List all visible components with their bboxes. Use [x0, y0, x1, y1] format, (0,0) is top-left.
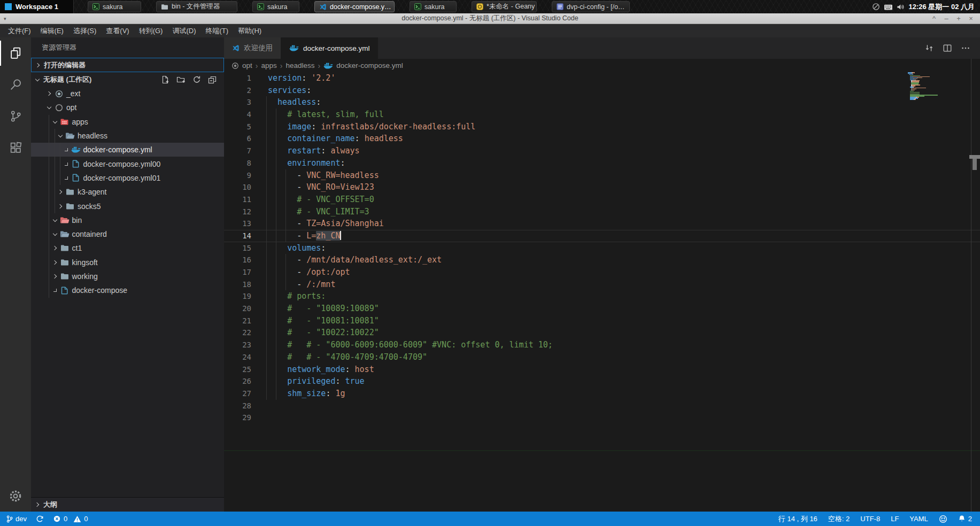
- menu-item[interactable]: 文件(F): [3, 24, 36, 37]
- collapse-all-icon[interactable]: [208, 75, 217, 84]
- menu-item[interactable]: 转到(G): [134, 24, 168, 37]
- volume-icon[interactable]: [897, 3, 905, 11]
- breadcrumb-item[interactable]: docker-compose.yml: [336, 61, 403, 69]
- activitybar-search[interactable]: [0, 69, 31, 100]
- code-line-25[interactable]: 25 network_mode: host: [224, 363, 980, 376]
- open-editors-section[interactable]: 打开的编辑器: [31, 58, 224, 72]
- code-line-17[interactable]: 17 - /opt:/opt: [224, 266, 980, 279]
- notifications-bell[interactable]: 2: [958, 515, 972, 523]
- code-line-15[interactable]: 15 volumes:: [224, 242, 980, 254]
- code-line-29[interactable]: 29: [224, 412, 980, 424]
- breadcrumb-item[interactable]: apps: [261, 61, 276, 69]
- code-line-1[interactable]: 1version: '2.2': [224, 72, 980, 84]
- breadcrumb-item[interactable]: opt: [242, 61, 252, 69]
- taskbar-window-button[interactable]: sakura: [252, 1, 299, 12]
- code-line-4[interactable]: 4 # latest, slim, full: [224, 109, 980, 121]
- eol-indicator[interactable]: LF: [891, 515, 899, 523]
- workspace-switcher[interactable]: Workspace 1: [0, 0, 74, 13]
- feedback-smiley[interactable]: [939, 515, 947, 523]
- code-line-18[interactable]: 18 - /:/mnt: [224, 279, 980, 291]
- menu-item[interactable]: 帮助(H): [233, 24, 266, 37]
- activitybar-settings[interactable]: [0, 480, 31, 512]
- code-line-21[interactable]: 21 # - "10081:10081": [224, 315, 980, 327]
- code-line-7[interactable]: 7 restart: always: [224, 145, 980, 157]
- tree-item-ct1[interactable]: ct1: [31, 241, 224, 255]
- taskbar-window-button[interactable]: dvp-ci-config - [/o…: [552, 1, 630, 12]
- code-line-9[interactable]: 9 - VNC_RW=headless: [224, 169, 980, 182]
- activitybar-explorer[interactable]: [0, 37, 31, 69]
- code-line-6[interactable]: 6 container_name: headless: [224, 133, 980, 145]
- code-line-16[interactable]: 16 - /mnt/data/headless_ext:/_ext: [224, 254, 980, 266]
- indentation-indicator[interactable]: 空格: 2: [828, 514, 850, 524]
- code-line-2[interactable]: 2services:: [224, 84, 980, 97]
- new-folder-icon[interactable]: [176, 75, 186, 84]
- code-area[interactable]: 1version: '2.2'2services:3 headless:4 # …: [224, 72, 980, 424]
- outline-section[interactable]: 大纲: [31, 497, 224, 512]
- tree-item-bin[interactable]: bin: [31, 213, 224, 227]
- code-line-11[interactable]: 11 # - VNC_OFFSET=0: [224, 194, 980, 206]
- tree-item-apps[interactable]: apps: [31, 115, 224, 129]
- problems-indicator[interactable]: 0 0: [53, 515, 88, 523]
- tree-item-opt[interactable]: opt: [31, 100, 224, 114]
- menu-item[interactable]: 查看(V): [101, 24, 134, 37]
- tree-item-headless[interactable]: headless: [31, 129, 224, 143]
- more-actions-icon[interactable]: [961, 43, 970, 53]
- taskbar-window-button[interactable]: docker-compose.y…: [314, 1, 395, 12]
- code-line-5[interactable]: 5 image: infrastlabs/docker-headless:ful…: [224, 121, 980, 133]
- code-line-24[interactable]: 24 # # - "4700-4709:4700-4709": [224, 351, 980, 363]
- blocked-icon[interactable]: [872, 3, 880, 11]
- code-line-19[interactable]: 19 # ports:: [224, 290, 980, 303]
- code-line-22[interactable]: 22 # - "10022:10022": [224, 327, 980, 339]
- sidebar-title: 资源管理器: [31, 37, 224, 58]
- code-line-3[interactable]: 3 headless:: [224, 96, 980, 109]
- tree-item-_ext[interactable]: _ext: [31, 87, 224, 100]
- code-line-23[interactable]: 23 # # - "6000-6009:6000-6009" #VNC: off…: [224, 339, 980, 351]
- scrollbar-thumb[interactable]: [973, 159, 977, 170]
- code-line-8[interactable]: 8 environment:: [224, 157, 980, 169]
- code-line-13[interactable]: 13 - TZ=Asia/Shanghai: [224, 218, 980, 230]
- taskbar-window-button[interactable]: sakura: [88, 1, 141, 12]
- code-line-12[interactable]: 12 # - VNC_LIMIT=3: [224, 206, 980, 218]
- code-line-27[interactable]: 27 shm_size: 1g: [224, 388, 980, 400]
- keyboard-icon[interactable]: [884, 3, 893, 11]
- language-mode[interactable]: YAML: [909, 515, 928, 523]
- tree-item-socks5[interactable]: socks5: [31, 199, 224, 213]
- open-changes-icon[interactable]: [924, 43, 934, 53]
- tree-item-kingsoft[interactable]: kingsoft: [31, 256, 224, 269]
- menu-item[interactable]: 终端(T): [200, 24, 233, 37]
- taskbar-window-button[interactable]: *未命名 - Geany: [472, 1, 537, 12]
- tree-item-working[interactable]: working: [31, 269, 224, 283]
- split-editor-icon[interactable]: [943, 43, 952, 53]
- tree-item-docker-compose[interactable]: docker-compose: [31, 283, 224, 297]
- taskbar-window-button[interactable]: sakura: [410, 1, 457, 12]
- code-line-26[interactable]: 26 privileged: true: [224, 375, 980, 388]
- menu-item[interactable]: 编辑(E): [36, 24, 68, 37]
- minimize-button[interactable]: –: [943, 14, 950, 24]
- activitybar-extensions[interactable]: [0, 132, 31, 164]
- breadcrumb-item[interactable]: headless: [285, 61, 314, 69]
- close-button[interactable]: ×: [967, 14, 975, 24]
- code-line-14[interactable]: 14 - L=zh_CN: [224, 230, 980, 242]
- line-number: 24: [224, 351, 251, 363]
- code-line-28[interactable]: 28: [224, 400, 980, 412]
- shade-button[interactable]: ^: [930, 14, 938, 24]
- code-line-20[interactable]: 20 # - "10089:10089": [224, 303, 980, 315]
- scrollbar-thumb[interactable]: [969, 155, 980, 159]
- code-line-10[interactable]: 10 - VNC_RO=View123: [224, 181, 980, 194]
- tab-docker-compose.yml[interactable]: docker-compose.yml: [281, 37, 378, 59]
- git-branch-indicator[interactable]: dev: [6, 515, 27, 523]
- workspace-section[interactable]: 无标题 (工作区): [31, 72, 224, 87]
- tab-欢迎使用[interactable]: 欢迎使用: [224, 37, 281, 59]
- tree-item-containerd[interactable]: containerd: [31, 227, 224, 241]
- menu-item[interactable]: 选择(S): [68, 24, 101, 37]
- maximize-button[interactable]: +: [955, 14, 962, 24]
- menu-item[interactable]: 调试(D): [167, 24, 200, 37]
- taskbar-window-button[interactable]: bin - 文件管理器: [156, 1, 237, 12]
- sync-button[interactable]: [36, 515, 44, 523]
- cursor-position[interactable]: 行 14 , 列 16: [778, 514, 817, 524]
- tree-item-k3-agent[interactable]: k3-agent: [31, 185, 224, 199]
- refresh-icon[interactable]: [192, 75, 201, 84]
- new-file-icon[interactable]: [161, 75, 169, 84]
- activitybar-source-control[interactable]: [0, 100, 31, 132]
- encoding-indicator[interactable]: UTF-8: [860, 515, 880, 523]
